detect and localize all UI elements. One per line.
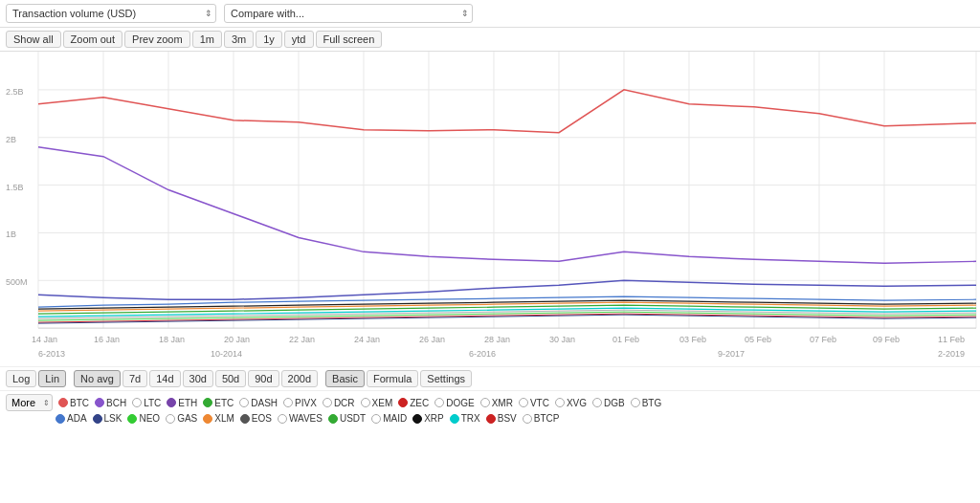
compare-select-wrapper: Compare with... — [224, 4, 473, 23]
legend-lsk[interactable]: LSK — [93, 413, 122, 424]
1m-button[interactable]: 1m — [192, 31, 222, 48]
legend-dcr[interactable]: DCR — [323, 398, 355, 408]
fullscreen-button[interactable]: Full screen — [316, 31, 383, 48]
legend-etc[interactable]: ETC — [203, 398, 234, 408]
x-label-12: 07 Feb — [810, 335, 836, 344]
legend-doge[interactable]: DOGE — [434, 398, 474, 408]
pivx-label: PIVX — [295, 398, 317, 408]
maid-label: MAID — [383, 413, 407, 424]
x-label-13: 09 Feb — [873, 335, 900, 344]
basic-button[interactable]: Basic — [325, 370, 365, 387]
more-select[interactable]: More — [6, 394, 53, 411]
x-label-1: 16 Jan — [94, 335, 120, 344]
legend-pivx[interactable]: PIVX — [283, 398, 317, 408]
x-label-6: 26 Jan — [419, 335, 445, 344]
show-all-button[interactable]: Show all — [6, 31, 61, 48]
ada-label: ADA — [67, 413, 87, 424]
chart-area: 2.5B 2B 1.5B 1B 500M — [0, 52, 980, 367]
legend-dash[interactable]: DASH — [239, 398, 278, 408]
legend-xem[interactable]: XEM — [361, 398, 393, 408]
legend-xvg[interactable]: XVG — [555, 398, 587, 408]
legend-eos[interactable]: EOS — [240, 413, 272, 424]
compare-select[interactable]: Compare with... — [224, 4, 473, 23]
xlm-label: XLM — [214, 413, 234, 424]
xlm-circle — [203, 414, 212, 424]
legend-bsv[interactable]: BSV — [486, 413, 517, 424]
x-label-11: 05 Feb — [745, 335, 771, 344]
7d-button[interactable]: 7d — [122, 370, 147, 387]
1y-button[interactable]: 1y — [256, 31, 282, 48]
legend-waves[interactable]: WAVES — [278, 413, 323, 424]
waves-label: WAVES — [289, 413, 323, 424]
legend-xlm[interactable]: XLM — [203, 413, 234, 424]
legend-row-2: ADA LSK NEO GAS XLM EOS WAVES USDT — [6, 413, 974, 424]
eos-label: EOS — [252, 413, 272, 424]
legend-area: More BTC BCH LTC ETH ETC DASH PIVX — [0, 391, 980, 426]
x-label-10: 03 Feb — [679, 335, 706, 344]
legend-usdt[interactable]: USDT — [328, 413, 366, 424]
btg-circle — [631, 398, 640, 407]
bsv-circle — [486, 414, 496, 424]
btc-label: BTC — [70, 398, 89, 408]
legend-trx[interactable]: TRX — [450, 413, 480, 424]
legend-zec[interactable]: ZEC — [398, 398, 429, 408]
year-label-4: 2-2019 — [938, 349, 965, 359]
ada-circle — [56, 414, 65, 424]
volume-select[interactable]: Transaction volume (USD)Market Cap (USD)… — [6, 4, 216, 23]
waves-circle — [278, 414, 287, 424]
legend-xmr[interactable]: XMR — [480, 398, 513, 408]
zec-circle — [398, 398, 408, 407]
btc-circle — [58, 398, 68, 407]
dgb-circle — [592, 398, 602, 407]
90d-button[interactable]: 90d — [248, 370, 278, 387]
y-label-2b: 2B — [6, 135, 16, 144]
legend-btc[interactable]: BTC — [58, 398, 89, 408]
50d-button[interactable]: 50d — [215, 370, 246, 387]
bottom-controls: Log Lin No avg 7d 14d 30d 50d 90d 200d B… — [0, 367, 980, 391]
neo-label: NEO — [139, 413, 160, 424]
legend-ltc[interactable]: LTC — [132, 398, 161, 408]
xem-label: XEM — [372, 398, 393, 408]
30d-button[interactable]: 30d — [183, 370, 213, 387]
legend-vtc[interactable]: VTC — [519, 398, 549, 408]
legend-dgb[interactable]: DGB — [592, 398, 625, 408]
200d-button[interactable]: 200d — [281, 370, 318, 387]
ltc-label: LTC — [144, 398, 161, 408]
legend-gas[interactable]: GAS — [166, 413, 197, 424]
3m-button[interactable]: 3m — [224, 31, 254, 48]
xmr-circle — [480, 398, 490, 407]
xrp-circle — [412, 414, 422, 424]
prev-zoom-button[interactable]: Prev zoom — [124, 31, 190, 48]
legend-btcp[interactable]: BTCP — [523, 413, 560, 424]
x-label-14: 11 Feb — [938, 335, 965, 344]
xem-circle — [361, 398, 370, 407]
14d-button[interactable]: 14d — [149, 370, 180, 387]
legend-btg[interactable]: BTG — [631, 398, 662, 408]
legend-neo[interactable]: NEO — [127, 413, 160, 424]
settings-button[interactable]: Settings — [420, 370, 472, 387]
zoom-out-button[interactable]: Zoom out — [63, 31, 122, 48]
etc-circle — [203, 398, 212, 407]
legend-ada[interactable]: ADA — [56, 413, 87, 424]
vtc-circle — [519, 398, 528, 407]
legend-xrp[interactable]: XRP — [412, 413, 444, 424]
no-avg-button[interactable]: No avg — [74, 370, 121, 387]
formula-button[interactable]: Formula — [367, 370, 418, 387]
eth-circle — [167, 398, 176, 407]
bch-label: BCH — [106, 398, 126, 408]
xvg-label: XVG — [567, 398, 587, 408]
doge-label: DOGE — [446, 398, 474, 408]
ytd-button[interactable]: ytd — [284, 31, 314, 48]
dcr-circle — [323, 398, 332, 407]
legend-eth[interactable]: ETH — [167, 398, 197, 408]
more-select-wrapper: More — [6, 394, 53, 411]
legend-maid[interactable]: MAID — [371, 413, 407, 424]
log-button[interactable]: Log — [6, 370, 36, 387]
pivx-circle — [283, 398, 293, 407]
btcp-label: BTCP — [534, 413, 560, 424]
eos-circle — [240, 414, 250, 424]
legend-bch[interactable]: BCH — [95, 398, 126, 408]
y-label-500m: 500M — [6, 277, 27, 287]
xmr-label: XMR — [492, 398, 513, 408]
lin-button[interactable]: Lin — [38, 370, 66, 387]
